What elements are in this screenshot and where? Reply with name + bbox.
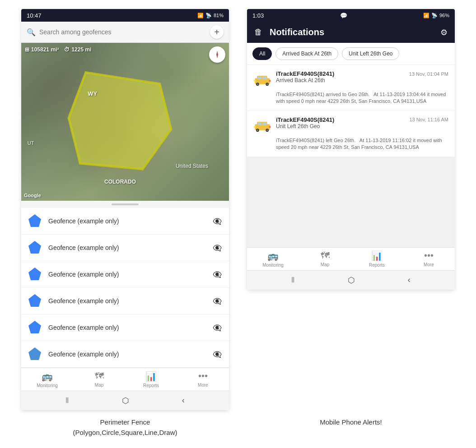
nav-reports[interactable]: 📊 Reports (125, 371, 177, 388)
svg-point-10 (266, 83, 268, 85)
right-nav-map[interactable]: 🗺 Map (299, 250, 351, 268)
reports-icon: 📊 (145, 371, 157, 382)
geofence-icon (28, 294, 42, 308)
notification-card[interactable]: iTrackEF4940S(8241) 13 Nov, 01:04 PM Arr… (247, 65, 455, 111)
left-time: 10:47 (27, 12, 42, 19)
filter-tab-arrived[interactable]: Arrived Back At 26th (275, 47, 338, 60)
area-stat: ⊞ 105821 mi² (25, 46, 59, 53)
list-item[interactable]: Geofence (example only) 👁‍🗨 (21, 341, 229, 368)
notifications-header: 🗑 Notifications ⚙ (247, 22, 455, 43)
right-home-button[interactable]: ⬡ (348, 275, 355, 285)
google-watermark: Google (24, 193, 41, 198)
notif-time-2: 13 Nov, 11:16 AM (409, 117, 448, 122)
right-caption-text: Mobile Phone Alerts! (320, 418, 382, 426)
distance-stat: ⏱ 1225 mi (64, 46, 91, 53)
map-label-us: United States (176, 163, 208, 169)
visibility-icon[interactable]: 👁‍🗨 (213, 297, 222, 305)
svg-rect-6 (262, 76, 266, 79)
area-icon: ⊞ (25, 46, 29, 53)
settings-icon[interactable]: ⚙ (440, 28, 448, 37)
visibility-icon[interactable]: 👁‍🗨 (213, 244, 222, 252)
filter-tab-left[interactable]: Unit Left 26th Geo (342, 47, 399, 60)
nav-map[interactable]: 🗺 Map (73, 371, 125, 388)
right-map-label: Map (321, 262, 329, 267)
notif-meta-2: iTrackEF4940S(8241) 13 Nov, 11:16 AM Uni… (276, 116, 448, 129)
list-item[interactable]: Geofence (example only) 👁‍🗨 (21, 208, 229, 235)
add-geofence-button[interactable]: + (210, 25, 224, 39)
map-stats: ⊞ 105821 mi² ⏱ 1225 mi (25, 46, 91, 53)
nav-monitoring[interactable]: 🚌 Monitoring (21, 371, 73, 388)
list-item[interactable]: Geofence (example only) 👁‍🗨 (21, 261, 229, 288)
visibility-icon[interactable]: 👁‍🗨 (213, 350, 222, 359)
notif-card-header: iTrackEF4940S(8241) 13 Nov, 01:04 PM Arr… (253, 70, 448, 88)
right-caption: Mobile Phone Alerts! (247, 417, 455, 438)
visibility-icon[interactable]: 👁‍🗨 (213, 323, 222, 332)
back-button[interactable]: ‹ (182, 396, 185, 406)
right-more-icon: ••• (424, 250, 434, 261)
compass-button[interactable] (209, 46, 225, 63)
notif-device-2: iTrackEF4940S(8241) (276, 116, 334, 123)
geo-search-bar: 🔍 + (21, 22, 229, 43)
visibility-icon[interactable]: 👁‍🗨 (213, 217, 222, 226)
right-nav-monitoring[interactable]: 🚌 Monitoring (247, 250, 299, 268)
list-item[interactable]: Geofence (example only) 👁‍🗨 (21, 288, 229, 314)
home-button[interactable]: ⬡ (122, 396, 129, 406)
geofence-name: Geofence (example only) (48, 244, 206, 251)
notif-card-header: iTrackEF4940S(8241) 13 Nov, 11:16 AM Uni… (253, 116, 448, 134)
svg-marker-2 (216, 51, 218, 58)
geofence-polygon (52, 67, 187, 180)
right-nav-reports[interactable]: 📊 Reports (351, 250, 403, 268)
svg-point-8 (257, 83, 258, 85)
geofence-name: Geofence (example only) (48, 324, 206, 331)
filter-tabs: All Arrived Back At 26th Unit Left 26th … (247, 43, 455, 65)
more-icon: ••• (198, 371, 208, 381)
empty-area (247, 157, 455, 247)
delete-icon[interactable]: 🗑 (254, 28, 262, 37)
notif-body-1: iTrackEF4940S(8241) arrived to Geo 26th.… (253, 91, 448, 105)
svg-rect-12 (269, 80, 271, 82)
svg-rect-5 (257, 76, 261, 79)
page-title: Notifications (270, 27, 433, 37)
geofence-name: Geofence (example only) (48, 297, 206, 305)
right-recents-button[interactable]: ⦀ (291, 275, 295, 285)
right-signal-icon: 📡 (431, 13, 438, 18)
svg-rect-15 (257, 122, 261, 125)
right-bottom-nav: 🚌 Monitoring 🗺 Map 📊 Reports ••• More (247, 247, 455, 270)
left-status-bar: 10:47 📶 📡 81% (21, 9, 229, 22)
map-area: ⊞ 105821 mi² ⏱ 1225 mi WY United State (21, 43, 229, 201)
right-wifi-icon: 📶 (423, 13, 429, 18)
geofence-icon (28, 321, 42, 334)
recents-button[interactable]: ⦀ (65, 396, 69, 406)
right-nav-more[interactable]: ••• More (403, 250, 455, 268)
notif-time-1: 13 Nov, 01:04 PM (409, 71, 448, 77)
notif-event-1: Arrived Back At 26th (276, 77, 448, 83)
right-reports-label: Reports (369, 263, 385, 268)
geofence-name: Geofence (example only) (48, 351, 206, 358)
notification-card[interactable]: iTrackEF4940S(8241) 13 Nov, 11:16 AM Uni… (247, 111, 455, 157)
battery-text: 81% (214, 13, 224, 18)
notif-body-2: iTrackEF4940S(8241) left Geo 26th. At 11… (253, 137, 448, 151)
list-item[interactable]: Geofence (example only) 👁‍🗨 (21, 314, 229, 341)
geo-search-input[interactable] (39, 28, 206, 36)
svg-rect-21 (254, 126, 256, 128)
svg-rect-16 (262, 122, 266, 125)
right-back-button[interactable]: ‹ (408, 275, 411, 285)
monitoring-icon: 🚌 (42, 371, 53, 382)
right-monitoring-icon: 🚌 (267, 250, 279, 261)
left-phone: 10:47 📶 📡 81% 🔍 + ⊞ (21, 9, 229, 410)
svg-point-20 (266, 129, 268, 131)
visibility-icon[interactable]: 👁‍🗨 (213, 270, 222, 279)
map-label: Map (95, 383, 103, 388)
search-icon: 🔍 (27, 28, 36, 37)
geofence-icon (28, 214, 42, 228)
distance-icon: ⏱ (64, 46, 70, 53)
list-item[interactable]: Geofence (example only) 👁‍🗨 (21, 235, 229, 261)
map-background: ⊞ 105821 mi² ⏱ 1225 mi WY United State (21, 43, 229, 201)
nav-more[interactable]: ••• More (177, 371, 229, 388)
filter-tab-all[interactable]: All (252, 47, 272, 60)
geofence-name: Geofence (example only) (48, 271, 206, 278)
chat-icon: 💬 (340, 12, 347, 19)
monitoring-label: Monitoring (37, 383, 58, 388)
geofence-icon (28, 347, 42, 361)
right-android-nav: ⦀ ⬡ ‹ (247, 270, 455, 290)
